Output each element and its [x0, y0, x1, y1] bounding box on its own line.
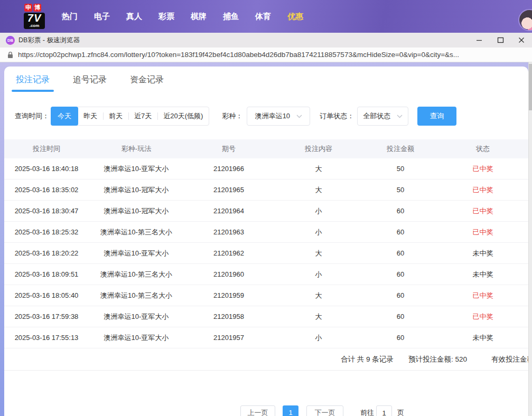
- table-body: 2025-03-16 18:40:18 澳洲幸运10-亚军大小 21201966…: [4, 158, 528, 348]
- url-input[interactable]: [18, 51, 525, 59]
- order-status-value: 全部状态: [363, 111, 390, 121]
- cell-game: 澳洲幸运10-第三名大小: [89, 270, 184, 279]
- search-button[interactable]: 查询: [417, 107, 456, 126]
- cell-status: 未中奖: [437, 333, 528, 343]
- window-controls: [469, 33, 532, 48]
- nav-item[interactable]: 彩票: [158, 12, 174, 22]
- cell-game: 澳洲幸运10-亚军大小: [89, 164, 184, 174]
- nav-item[interactable]: 电子: [94, 12, 110, 22]
- cell-game: 澳洲幸运10-第三名大小: [89, 291, 184, 300]
- table-row: 2025-03-16 17:55:13 澳洲幸运10-亚军大小 21201957…: [4, 327, 528, 348]
- site-nav: 申 博 7V .com 热门电子真人彩票棋牌捕鱼体育优惠: [0, 0, 532, 33]
- lock-icon: [7, 51, 13, 59]
- cell-status: 已中奖: [437, 312, 528, 322]
- address-bar: [0, 48, 532, 62]
- current-page-button[interactable]: 1: [283, 405, 298, 416]
- close-icon[interactable]: [511, 33, 532, 48]
- page-background: 投注记录追号记录资金记录 查询时间： 今天昨天前天近7天近20天(低频) 彩种：…: [0, 62, 532, 416]
- chevron-down-icon: [296, 115, 302, 118]
- nav-item[interactable]: 体育: [255, 12, 271, 22]
- prev-page-button[interactable]: 上一页: [240, 405, 275, 416]
- cell-status: 已中奖: [437, 291, 528, 300]
- cell-bet-amount: 60: [363, 207, 437, 215]
- nav-item[interactable]: 热门: [62, 12, 78, 22]
- cell-bet-content: 小: [274, 270, 363, 279]
- browser-window: 申 博 7V .com 热门电子真人彩票棋牌捕鱼体育优惠 DB DB彩票 - 极…: [0, 0, 532, 416]
- table-row: 2025-03-16 18:09:51 澳洲幸运10-第三名大小 2120196…: [4, 264, 528, 285]
- cell-bet-content: 大: [274, 164, 363, 174]
- nav-item[interactable]: 捕鱼: [223, 12, 239, 22]
- table-row: 2025-03-16 18:35:02 澳洲幸运10-冠军大小 21201965…: [4, 179, 528, 201]
- cell-status: 未中奖: [437, 249, 528, 258]
- goto-page-unit-label: 页: [397, 405, 404, 416]
- cell-status: 已中奖: [437, 206, 528, 216]
- summary-valid-amount: 有效投注金额: [491, 348, 532, 371]
- cell-bet-amount: 50: [363, 165, 437, 173]
- cell-game: 澳洲幸运10-冠军大小: [89, 185, 184, 195]
- table-summary-row: 合计 共 9 条记录 预计投注金额: 520 有效投注金额: [4, 348, 528, 371]
- next-page-button[interactable]: 下一页: [306, 405, 343, 416]
- cell-bet-content: 小: [274, 206, 363, 216]
- cell-bet-content: 大: [274, 312, 363, 322]
- table-row: 2025-03-16 18:05:40 澳洲幸运10-第三名大小 2120195…: [4, 285, 528, 306]
- lottery-select[interactable]: 澳洲幸运10: [247, 107, 310, 126]
- time-option[interactable]: 今天: [51, 107, 78, 126]
- table-row: 2025-03-16 18:40:18 澳洲幸运10-亚军大小 21201966…: [4, 158, 528, 179]
- tab-inactive[interactable]: 追号记录: [73, 74, 107, 92]
- scrollbar-thumb[interactable]: [529, 64, 532, 110]
- cell-bet-time: 2025-03-16 17:59:38: [4, 313, 89, 320]
- user-avatar[interactable]: [518, 9, 532, 31]
- maximize-icon[interactable]: [490, 33, 511, 48]
- cell-issue: 21201966: [184, 165, 274, 173]
- nav-item[interactable]: 优惠: [287, 12, 303, 22]
- time-filter-group: 今天昨天前天近7天近20天(低频): [51, 107, 209, 126]
- goto-page-label: 前往: [360, 405, 374, 416]
- nav-item[interactable]: 真人: [126, 12, 142, 22]
- cell-issue: 21201965: [184, 186, 274, 194]
- site-logo[interactable]: 申 博 7V .com: [24, 4, 57, 29]
- col-header-issue: 期号: [184, 144, 274, 154]
- lottery-filter-label: 彩种：: [222, 111, 242, 121]
- nav-item[interactable]: 棋牌: [191, 12, 207, 22]
- window-title: DB彩票 - 极速浏览器: [18, 36, 80, 45]
- page-scrollbar: [528, 62, 532, 416]
- cell-bet-content: 大: [274, 249, 363, 258]
- time-option[interactable]: 近20天(低频): [157, 107, 209, 125]
- cell-game: 澳洲幸运10-亚军大小: [89, 333, 184, 343]
- logo-badge: 申: [24, 4, 32, 12]
- goto-page-input[interactable]: [376, 405, 392, 416]
- cell-status: 已中奖: [437, 185, 528, 195]
- logo-suffix: .com: [25, 24, 43, 28]
- table-row: 2025-03-16 18:20:22 澳洲幸运10-亚军大小 21201962…: [4, 243, 528, 264]
- col-header-bet-time: 投注时间: [4, 144, 89, 154]
- bet-records-table: 投注时间 彩种-玩法 期号 投注内容 投注金额 状态 2025-03-16 18…: [4, 139, 528, 348]
- cell-status: 已中奖: [437, 164, 528, 174]
- order-status-select[interactable]: 全部状态: [357, 107, 408, 126]
- time-option[interactable]: 昨天: [78, 107, 103, 125]
- summary-record-count: 合计 共 9 条记录: [341, 348, 394, 371]
- table-row: 2025-03-16 18:30:47 澳洲幸运10-冠军大小 21201964…: [4, 201, 528, 222]
- col-header-amount: 投注金额: [363, 144, 437, 154]
- tab-active[interactable]: 投注记录: [16, 74, 50, 92]
- cell-bet-time: 2025-03-16 18:40:18: [4, 165, 89, 173]
- cell-issue: 21201964: [184, 207, 274, 215]
- cell-game: 澳洲幸运10-冠军大小: [89, 206, 184, 216]
- logo-text: 7V: [25, 13, 43, 24]
- time-option[interactable]: 前天: [103, 107, 128, 125]
- tab-inactive[interactable]: 资金记录: [130, 74, 164, 92]
- cell-bet-content: 大: [274, 185, 363, 195]
- cell-bet-amount: 60: [363, 334, 437, 342]
- content-card: 投注记录追号记录资金记录 查询时间： 今天昨天前天近7天近20天(低频) 彩种：…: [4, 67, 528, 416]
- time-option[interactable]: 近7天: [128, 107, 157, 125]
- status-filter-label: 订单状态：: [320, 111, 354, 121]
- chevron-down-icon: [397, 115, 403, 118]
- cell-bet-content: 小: [274, 333, 363, 343]
- cell-issue: 21201962: [184, 249, 274, 257]
- cell-status: 已中奖: [437, 228, 528, 237]
- minimize-icon[interactable]: [469, 33, 490, 48]
- table-row: 2025-03-16 17:59:38 澳洲幸运10-亚军大小 21201958…: [4, 306, 528, 327]
- cell-bet-time: 2025-03-16 18:35:02: [4, 186, 89, 194]
- col-header-game: 彩种-玩法: [89, 144, 184, 154]
- cell-bet-time: 2025-03-16 18:05:40: [4, 291, 89, 299]
- cell-bet-amount: 60: [363, 291, 437, 299]
